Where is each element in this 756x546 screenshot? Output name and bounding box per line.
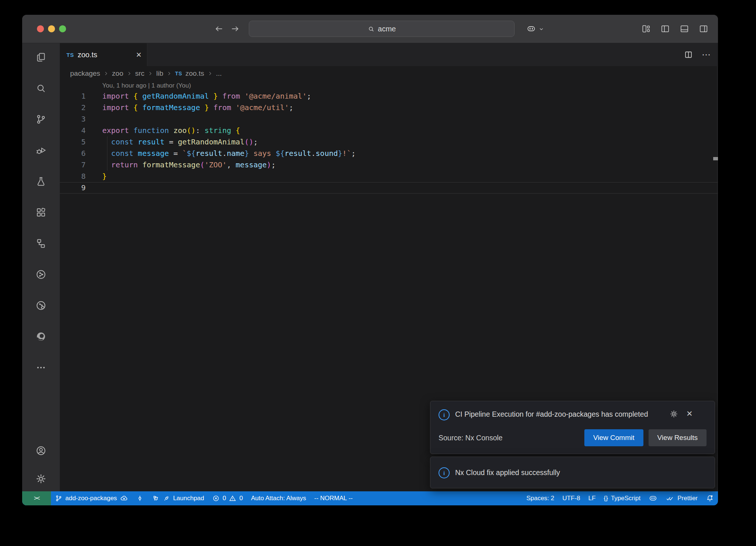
account-icon[interactable] xyxy=(35,445,47,457)
breadcrumb-item[interactable]: lib xyxy=(156,69,163,78)
run-debug-icon[interactable] xyxy=(35,144,47,156)
line-number: 6 xyxy=(60,148,86,159)
maximize-window-button[interactable] xyxy=(59,25,66,33)
toggle-panel-icon[interactable] xyxy=(680,24,689,34)
nx-console-icon[interactable] xyxy=(35,269,47,280)
bell-icon xyxy=(706,494,714,502)
code-line[interactable]: 4export function zoo(): string { xyxy=(60,125,718,136)
nx-cloud-icon[interactable] xyxy=(35,300,47,311)
formatter-status[interactable]: Prettier xyxy=(662,491,702,505)
code-text: } xyxy=(86,171,107,182)
breadcrumb-item[interactable]: src xyxy=(135,69,144,78)
toggle-sidebar-icon[interactable] xyxy=(660,24,670,34)
chevron-down-icon xyxy=(539,26,544,32)
code-text: export function zoo(): string { xyxy=(86,125,240,136)
search-icon xyxy=(368,25,375,33)
remote-indicator[interactable]: >< xyxy=(22,491,51,505)
launchpad-status[interactable]: Launchpad xyxy=(148,491,208,505)
language-label: TypeScript xyxy=(611,495,640,502)
code-lines: 1import { getRandomAnimal } from '@acme/… xyxy=(60,91,718,194)
tab-zoo-ts[interactable]: TS zoo.ts ✕ xyxy=(60,43,147,66)
tab-close-icon[interactable]: ✕ xyxy=(136,51,142,59)
source-control-icon[interactable] xyxy=(35,113,47,125)
edge-browser-icon[interactable] xyxy=(35,331,47,342)
customize-layout-icon[interactable] xyxy=(641,24,651,34)
code-line[interactable]: 2import { formatMessage } from '@acme/ut… xyxy=(60,102,718,113)
indentation-status[interactable]: Spaces: 2 xyxy=(522,491,559,505)
vim-mode-status[interactable]: -- NORMAL -- xyxy=(310,491,357,505)
code-line[interactable]: 8} xyxy=(60,171,718,182)
typescript-file-icon: TS xyxy=(66,52,74,58)
toggle-secondary-sidebar-icon[interactable] xyxy=(699,24,708,34)
breadcrumb-overflow[interactable]: ... xyxy=(216,69,222,78)
minimize-window-button[interactable] xyxy=(48,25,55,33)
line-number: 7 xyxy=(60,159,86,171)
traffic-lights xyxy=(37,25,66,33)
notification-source: Source: Nx Console xyxy=(439,434,502,442)
tab-label: zoo.ts xyxy=(78,51,97,59)
formatter-label: Prettier xyxy=(677,495,698,502)
testing-icon[interactable] xyxy=(35,175,47,187)
line-number: 8 xyxy=(60,171,86,182)
cloud-upload-icon xyxy=(120,494,128,502)
code-line[interactable]: 7 return formatMessage('ZOO', message); xyxy=(60,159,718,171)
plug-icon xyxy=(163,495,170,502)
more-views-icon[interactable] xyxy=(35,362,47,373)
command-center-search[interactable]: acme xyxy=(249,21,515,37)
git-commit-icon xyxy=(136,495,144,502)
language-status[interactable]: {} TypeScript xyxy=(600,491,645,505)
chevron-right-icon xyxy=(127,71,132,76)
back-arrow-icon[interactable] xyxy=(214,24,224,34)
code-text: const message = `${result.name} says ${r… xyxy=(86,148,355,159)
code-text: import { formatMessage } from '@acme/uti… xyxy=(86,102,293,113)
search-value: acme xyxy=(378,25,396,33)
code-text: const result = getRandomAnimal(); xyxy=(86,136,258,148)
notification-settings-icon[interactable] xyxy=(670,410,678,418)
copilot-icon xyxy=(649,494,657,502)
problems-status[interactable]: 0 0 xyxy=(208,491,247,505)
code-text xyxy=(86,113,102,125)
line-number: 2 xyxy=(60,102,86,113)
branch-name: add-zoo-packages xyxy=(65,495,117,502)
branch-status[interactable]: add-zoo-packages xyxy=(51,491,132,505)
split-editor-icon[interactable] xyxy=(684,50,693,59)
code-text: import { getRandomAnimal } from '@acme/a… xyxy=(86,91,311,102)
settings-gear-icon[interactable] xyxy=(35,473,47,485)
chevron-right-icon xyxy=(148,71,153,76)
breadcrumb-item[interactable]: zoo xyxy=(112,69,123,78)
chevron-right-icon xyxy=(207,71,213,76)
eol-status[interactable]: LF xyxy=(584,491,600,505)
launchpad-label: Launchpad xyxy=(173,495,204,502)
info-icon: i xyxy=(439,467,450,478)
view-results-button[interactable]: View Results xyxy=(649,429,707,446)
copilot-status[interactable] xyxy=(645,491,662,505)
typescript-file-icon: TS xyxy=(175,71,182,76)
code-line[interactable]: 9 xyxy=(60,182,718,194)
auto-attach-status[interactable]: Auto Attach: Always xyxy=(247,491,310,505)
editor-more-actions-icon[interactable]: ⋯ xyxy=(702,50,711,59)
code-line[interactable]: 6 const message = `${result.name} says $… xyxy=(60,148,718,159)
breadcrumb-file[interactable]: zoo.ts xyxy=(185,69,204,78)
notifications-bell[interactable] xyxy=(702,491,718,505)
braces-icon: {} xyxy=(604,495,608,502)
chevron-right-icon xyxy=(103,71,109,76)
chevron-right-icon xyxy=(166,71,172,76)
blame-annotation: You, 1 hour ago | 1 author (You) xyxy=(60,81,718,91)
copilot-menu[interactable] xyxy=(526,24,544,33)
encoding-status[interactable]: UTF-8 xyxy=(559,491,584,505)
overview-ruler[interactable] xyxy=(717,66,718,491)
code-line[interactable]: 3 xyxy=(60,113,718,125)
breadcrumb-item[interactable]: packages xyxy=(70,69,100,78)
explorer-icon[interactable] xyxy=(35,51,47,63)
git-commit-status[interactable] xyxy=(132,491,148,505)
code-line[interactable]: 5 const result = getRandomAnimal(); xyxy=(60,136,718,148)
forward-arrow-icon[interactable] xyxy=(230,24,240,34)
search-sidebar-icon[interactable] xyxy=(35,82,47,94)
line-number: 5 xyxy=(60,136,86,148)
extensions-icon[interactable] xyxy=(35,207,47,218)
code-line[interactable]: 1import { getRandomAnimal } from '@acme/… xyxy=(60,91,718,102)
view-commit-button[interactable]: View Commit xyxy=(584,429,643,446)
hierarchy-icon[interactable] xyxy=(35,238,47,249)
close-window-button[interactable] xyxy=(37,25,44,33)
notification-close-icon[interactable]: ✕ xyxy=(686,410,693,418)
